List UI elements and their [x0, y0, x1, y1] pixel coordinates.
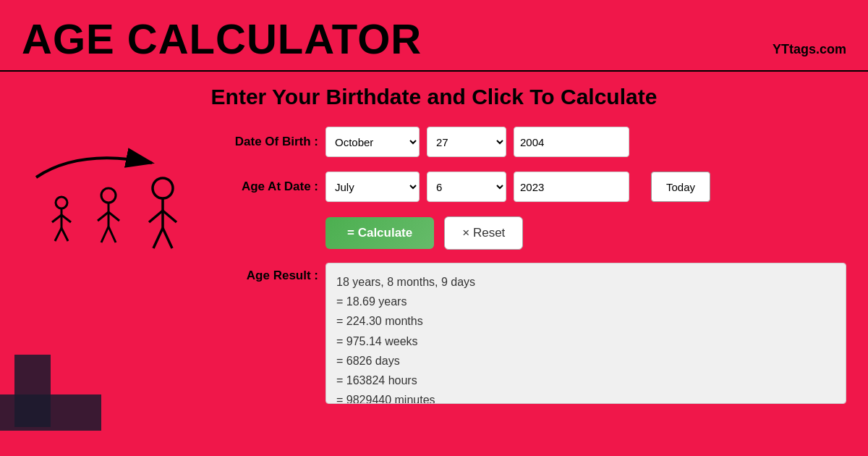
- illustration-svg: [22, 119, 195, 264]
- calculate-button[interactable]: = Calculate: [326, 217, 434, 249]
- svg-line-9: [98, 212, 109, 221]
- svg-line-18: [163, 228, 172, 248]
- svg-line-4: [61, 215, 71, 222]
- age-month-select[interactable]: JanuaryFebruaryMarchAprilMayJuneJulyAugu…: [326, 172, 420, 202]
- svg-line-15: [149, 211, 163, 222]
- svg-line-10: [109, 212, 119, 221]
- app-title: AGE CALCULATOR: [22, 14, 422, 63]
- age-at-label: Age At Date :: [217, 180, 318, 194]
- buttons-row: = Calculate × Reset: [326, 216, 846, 250]
- svg-line-5: [55, 228, 61, 241]
- age-day-select[interactable]: 1234567891011121314151617181920212223242…: [427, 172, 506, 202]
- svg-line-16: [163, 211, 176, 222]
- site-name: YTtags.com: [773, 42, 846, 57]
- svg-line-17: [153, 228, 163, 248]
- dob-label: Date Of Birth :: [217, 135, 318, 149]
- main-content: Date Of Birth : JanuaryFebruaryMarchApri…: [0, 119, 868, 404]
- form-area: Date Of Birth : JanuaryFebruaryMarchApri…: [217, 119, 846, 404]
- decorative-cross: [0, 355, 101, 456]
- dob-month-select[interactable]: JanuaryFebruaryMarchAprilMayJuneJulyAugu…: [326, 127, 420, 157]
- header: AGE CALCULATOR YTtags.com: [0, 0, 868, 72]
- today-button[interactable]: Today: [651, 172, 710, 202]
- dob-year-input[interactable]: [514, 127, 629, 157]
- dob-day-select[interactable]: 1234567891011121314151617181920212223242…: [427, 127, 506, 157]
- age-year-input[interactable]: [514, 172, 629, 202]
- svg-line-11: [101, 227, 109, 242]
- reset-button[interactable]: × Reset: [444, 216, 523, 250]
- svg-point-7: [101, 188, 116, 203]
- dob-row: Date Of Birth : JanuaryFebruaryMarchApri…: [217, 127, 846, 157]
- age-row: Age At Date : JanuaryFebruaryMarchAprilM…: [217, 172, 846, 202]
- result-row: Age Result :: [217, 263, 846, 404]
- result-textarea[interactable]: [326, 263, 846, 404]
- svg-line-12: [109, 227, 116, 242]
- svg-line-6: [61, 228, 68, 241]
- subtitle: Enter Your Birthdate and Click To Calcul…: [0, 72, 868, 119]
- svg-rect-20: [0, 394, 101, 431]
- svg-point-13: [153, 178, 173, 198]
- result-label: Age Result :: [217, 263, 318, 283]
- svg-point-1: [56, 197, 67, 208]
- svg-line-3: [52, 215, 61, 222]
